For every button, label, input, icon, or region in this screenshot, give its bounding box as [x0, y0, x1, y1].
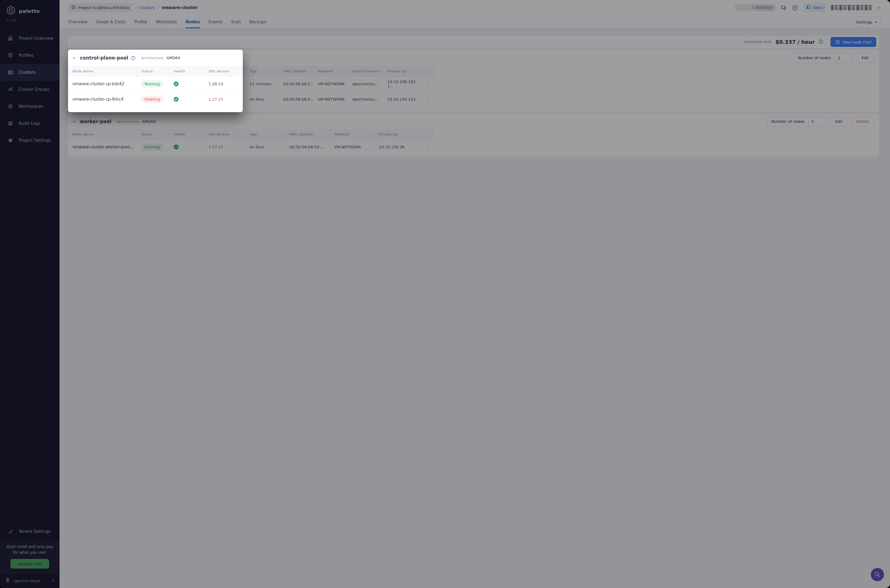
brand-name: palette: [19, 8, 40, 14]
worker-pool-section: worker-pool Architecture: AMD64 Number o…: [68, 114, 445, 157]
sidebar-item-project-overview[interactable]: Project Overview: [0, 30, 60, 47]
node-status: Running: [137, 76, 169, 92]
column-header: K8s Version: [204, 129, 245, 139]
column-header-actions: [423, 129, 434, 139]
orbit-icon: [7, 104, 14, 109]
architecture-label: Architecture:: [141, 56, 164, 60]
node-private-ips: 10.10.146.182, 1...: [383, 76, 423, 92]
column-header: Age: [245, 66, 279, 76]
brand: palette: [0, 0, 60, 18]
breadcrumb-project-chip[interactable]: Project-ScaleSecureTutoria: [68, 3, 132, 12]
node-mac: 00:50:56:b8:5d:...: [285, 139, 330, 154]
tab-overview[interactable]: Overview: [68, 15, 87, 28]
nodes-content: ESTIMATED RATE $0.337 / hour New Node Po…: [60, 28, 445, 294]
status-badge: Deleting: [141, 96, 164, 103]
column-header: Status: [137, 129, 169, 139]
row-actions-kebab-icon[interactable]: ⋮: [423, 139, 434, 154]
breadcrumb-clusters-link[interactable]: Clusters: [140, 6, 155, 10]
node-age: 11 minutes: [245, 76, 279, 92]
sidebar-item-workspaces[interactable]: Workspaces: [0, 98, 60, 115]
status-badge: Running: [141, 143, 163, 151]
node-private-ips: 10.10.140.133: [383, 92, 423, 106]
column-header: Node Name: [68, 129, 137, 139]
chart-icon: [7, 36, 14, 41]
architecture-value: AMD64: [142, 119, 156, 124]
pool-info-icon[interactable]: [131, 56, 135, 60]
node-mac: 00:50:56:b8:2...: [279, 76, 313, 92]
node-network: VM-NETWORK: [313, 76, 348, 92]
node-mac: 00:50:56:b8:5...: [279, 92, 313, 106]
main-area: Project-ScaleSecureTutoria / Clusters / …: [60, 0, 445, 294]
sidebar-item-label: Cluster Groups: [19, 87, 50, 92]
health-ok-icon: [173, 81, 179, 87]
tab-nodes[interactable]: Nodes: [185, 15, 200, 28]
node-k8s-version: 1.27.15: [204, 139, 245, 154]
node-status: Running: [137, 139, 169, 154]
node-network: VM-NETWORK: [330, 139, 375, 154]
audit-log-icon: [7, 121, 14, 126]
sidebar-item-label: Audit Logs: [19, 121, 41, 126]
collapse-pool-chevron-icon[interactable]: [72, 120, 76, 123]
row-actions-kebab-icon[interactable]: ⋮: [423, 92, 434, 106]
sidebar-item-label: Profiles: [19, 53, 33, 58]
cluster-tabs: Overview Usage & Costs Profile Workloads…: [60, 15, 445, 28]
sidebar-item-profiles[interactable]: Profiles: [0, 47, 60, 64]
sidebar-item-audit-logs[interactable]: Audit Logs: [0, 115, 60, 132]
table-row: vmware-cluster-cp-kdz42 Running 1.28.13 …: [68, 76, 445, 92]
pool-name: worker-pool: [80, 119, 111, 124]
breadcrumb-project: Project-ScaleSecureTutoria: [78, 6, 129, 10]
column-header: Status: [137, 66, 169, 76]
table-row: vmware-cluster-cp-9rkc4 Deleting 1.27.15…: [68, 92, 445, 106]
column-header: Private Ips: [383, 66, 423, 76]
layers-icon: [7, 52, 14, 58]
app-version: 4.4.20: [0, 18, 60, 22]
node-name: vmware-cluster-cp-kdz42: [68, 76, 137, 92]
node-private-ips: 10.10.130.26: [375, 139, 423, 154]
column-header: Health: [169, 129, 204, 139]
tab-workloads[interactable]: Workloads: [156, 15, 177, 28]
column-header: K8s Version: [204, 66, 245, 76]
tab-backups[interactable]: Backups: [249, 15, 267, 28]
row-actions-kebab-icon[interactable]: ⋮: [423, 76, 434, 92]
breadcrumb-separator: /: [158, 6, 159, 10]
node-age: an hour: [245, 92, 279, 106]
gear-icon: [7, 138, 14, 143]
architecture-value: AMD64: [166, 56, 180, 60]
sidebar-item-label: Workspaces: [19, 104, 44, 109]
sidebar-item-cluster-groups[interactable]: Cluster Groups: [0, 81, 60, 98]
sidebar-item-label: Project Settings: [19, 138, 51, 143]
node-search-domain: spectroclou...: [348, 76, 383, 92]
column-header-actions: [423, 66, 434, 76]
node-status: Deleting: [137, 92, 169, 106]
column-header: Private Ips: [375, 129, 423, 139]
node-name: vmware-cluster-worker-pool...: [68, 139, 137, 154]
collapse-pool-chevron-icon[interactable]: [72, 56, 76, 60]
column-header: Age: [245, 129, 285, 139]
sidebar-item-clusters[interactable]: Clusters: [0, 64, 60, 81]
node-age: an hour: [245, 139, 285, 154]
tab-profile[interactable]: Profile: [134, 15, 147, 28]
tab-usage-costs[interactable]: Usage & Costs: [96, 15, 126, 28]
tab-events[interactable]: Events: [209, 15, 222, 28]
node-table-header: Node Name Status Health K8s Version Age …: [68, 129, 445, 139]
health-ok-icon: [173, 96, 179, 102]
estimated-rate-bar: ESTIMATED RATE $0.337 / hour New Node Po…: [68, 36, 445, 48]
node-table-header: Node Name Status Health K8s Version Age …: [68, 66, 445, 76]
health-ok-icon: [173, 144, 179, 150]
server-icon: [7, 70, 14, 75]
project-icon: [71, 5, 76, 10]
app-window: palette 4.4.20 Project Overview Profiles: [0, 0, 445, 294]
architecture-label: Architecture:: [117, 120, 140, 124]
status-badge: Running: [141, 80, 163, 87]
node-k8s-version: 1.27.15: [204, 92, 245, 106]
column-header: MAC address: [279, 66, 313, 76]
pool-header: control-plane-pool Architecture: AMD64 N…: [68, 50, 445, 66]
palette-logo-icon: [6, 6, 16, 16]
sidebar-item-project-settings[interactable]: Project Settings: [0, 132, 60, 149]
node-k8s-version: 1.28.13: [204, 76, 245, 92]
breadcrumb-cluster-name: vmware-cluster: [162, 5, 198, 10]
node-health: [169, 139, 204, 154]
sidebar-item-label: Clusters: [19, 70, 35, 75]
tab-scan[interactable]: Scan: [231, 15, 241, 28]
sidebar: palette 4.4.20 Project Overview Profiles: [0, 0, 60, 294]
